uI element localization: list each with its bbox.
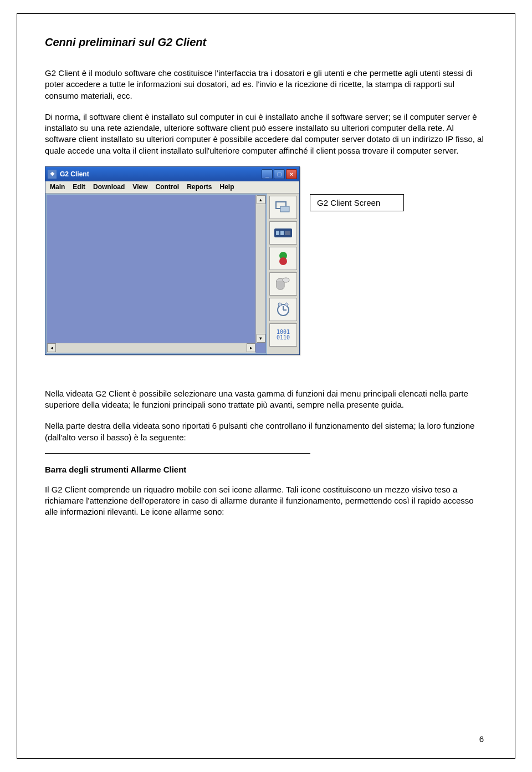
svg-rect-3 xyxy=(276,231,279,235)
close-button[interactable]: × xyxy=(286,169,297,179)
menu-download[interactable]: Download xyxy=(93,183,125,191)
page-number: 6 xyxy=(479,734,484,744)
svg-point-9 xyxy=(283,278,289,282)
minimize-button[interactable]: _ xyxy=(262,169,273,179)
paragraph-1: G2 Client è il modulo software che costi… xyxy=(45,68,487,101)
menu-main[interactable]: Main xyxy=(50,183,65,191)
menu-help[interactable]: Help xyxy=(219,183,234,191)
clock-icon xyxy=(275,302,291,317)
status-icon xyxy=(275,251,291,266)
maximize-button[interactable]: □ xyxy=(274,169,285,179)
page-title: Cenni preliminari sul G2 Client xyxy=(45,36,487,49)
section-divider xyxy=(45,453,310,454)
digital-icon: 1001 0110 xyxy=(277,329,290,341)
cylinder-icon xyxy=(276,277,290,291)
g2-client-window: ❖ G2 Client _ □ × Main Edit Download Vie… xyxy=(45,166,300,355)
horizontal-scrollbar[interactable]: ◂ ▸ xyxy=(47,343,255,353)
mdi-area[interactable]: ▴ ▾ ◂ ▸ xyxy=(47,195,266,353)
svg-rect-4 xyxy=(280,231,284,235)
alarm-toolbar: 1001 0110 xyxy=(267,194,299,354)
screenshot-row: ❖ G2 Client _ □ × Main Edit Download Vie… xyxy=(45,166,487,355)
machine-icon xyxy=(274,226,293,240)
svg-point-13 xyxy=(278,303,282,306)
menu-control[interactable]: Control xyxy=(155,183,179,191)
titlebar[interactable]: ❖ G2 Client _ □ × xyxy=(45,167,299,181)
document-page: Cenni preliminari sul G2 Client G2 Clien… xyxy=(17,13,515,759)
menubar: Main Edit Download View Control Reports … xyxy=(45,181,299,194)
window-title: G2 Client xyxy=(60,170,89,178)
tool-btn-clock[interactable] xyxy=(269,298,297,321)
digital-line2: 0110 xyxy=(277,335,290,341)
paragraph-2: Di norma, il software client è installat… xyxy=(45,111,487,156)
scroll-up-icon[interactable]: ▴ xyxy=(257,195,265,204)
paragraph-4: Nella parte destra della videata sono ri… xyxy=(45,420,487,443)
scroll-left-icon[interactable]: ◂ xyxy=(47,343,56,352)
vertical-scrollbar[interactable]: ▴ ▾ xyxy=(255,195,265,343)
tool-btn-machines[interactable] xyxy=(269,221,297,245)
svg-rect-1 xyxy=(280,206,289,212)
screenshot-caption: G2 Client Screen xyxy=(310,194,404,211)
tool-btn-digital[interactable]: 1001 0110 xyxy=(269,323,297,347)
client-body: ▴ ▾ ◂ ▸ xyxy=(45,194,299,354)
tool-btn-queue[interactable] xyxy=(269,196,297,219)
paragraph-5: Il G2 Client comprende un riquadro mobil… xyxy=(45,484,487,518)
svg-rect-5 xyxy=(285,231,290,235)
paragraph-3: Nella videata G2 Client è possibile sele… xyxy=(45,388,487,411)
queue-icon xyxy=(275,201,291,214)
tool-btn-stock[interactable] xyxy=(269,272,297,296)
subheading-alarm-toolbar: Barra degli strumenti Allarme Client xyxy=(45,465,487,474)
scroll-right-icon[interactable]: ▸ xyxy=(247,343,255,352)
svg-point-14 xyxy=(285,303,288,306)
menu-edit[interactable]: Edit xyxy=(73,183,85,191)
tool-btn-status[interactable] xyxy=(269,247,297,270)
app-icon: ❖ xyxy=(48,170,57,179)
menu-reports[interactable]: Reports xyxy=(187,183,212,191)
svg-point-7 xyxy=(279,257,287,265)
scroll-down-icon[interactable]: ▾ xyxy=(257,334,265,343)
window-buttons: _ □ × xyxy=(262,169,297,179)
menu-view[interactable]: View xyxy=(132,183,147,191)
